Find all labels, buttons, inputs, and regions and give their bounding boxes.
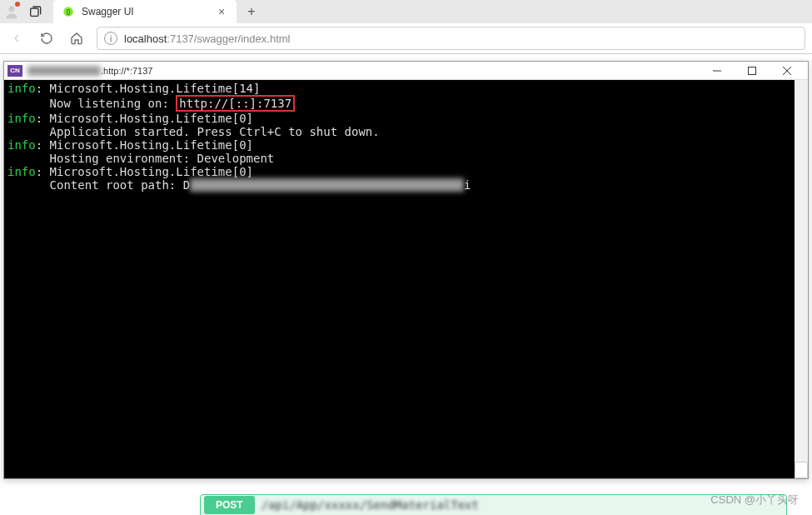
terminal-body[interactable]: info: Microsoft.Hosting.Lifetime[14] Now…: [4, 80, 808, 478]
notification-dot: [15, 2, 20, 7]
terminal-scrollbar[interactable]: [795, 80, 808, 478]
nav-bar: i localhost:7137/swagger/index.html: [0, 23, 812, 53]
maximize-button[interactable]: [735, 62, 770, 80]
address-bar[interactable]: i localhost:7137/swagger/index.html: [97, 27, 805, 50]
tab-title: Swagger UI: [82, 6, 208, 18]
minimize-button[interactable]: [700, 62, 735, 80]
terminal-window: CN XXXXXXXXXXXX.http://*:7137 info: Micr…: [3, 61, 809, 479]
svg-point-0: [9, 6, 15, 12]
swagger-operation[interactable]: POST /api/App/xxxxx/SendMaterialText: [200, 494, 787, 515]
refresh-button[interactable]: [37, 28, 57, 48]
swagger-favicon-icon: {}: [62, 5, 75, 18]
terminal-line: Content root path: Dxxxxxxxxxxxxxxxxxxxx…: [7, 178, 805, 192]
blurred-title-prefix: XXXXXXXXXXXX: [27, 66, 101, 76]
browser-tab[interactable]: {} Swagger UI ×: [53, 0, 237, 23]
close-button[interactable]: [770, 62, 805, 80]
terminal-line: Application started. Press Ctrl+C to shu…: [7, 125, 805, 138]
svg-text:{}: {}: [67, 8, 71, 15]
new-tab-button[interactable]: +: [240, 0, 263, 23]
site-info-icon[interactable]: i: [104, 32, 117, 45]
terminal-line: info: Microsoft.Hosting.Lifetime[0]: [7, 165, 805, 178]
terminal-line: info: Microsoft.Hosting.Lifetime[0]: [7, 138, 805, 152]
terminal-title: XXXXXXXXXXXX.http://*:7137: [27, 66, 700, 76]
terminal-titlebar[interactable]: CN XXXXXXXXXXXX.http://*:7137: [4, 62, 808, 80]
terminal-app-icon: CN: [7, 65, 22, 77]
browser-chrome: {} Swagger UI × + i localhost:7137/swagg…: [0, 0, 812, 54]
tab-close-button[interactable]: ×: [215, 5, 228, 18]
terminal-line: info: Microsoft.Hosting.Lifetime[14]: [7, 82, 805, 95]
endpoint-path: /api/App/xxxxx/SendMaterialText: [262, 498, 479, 512]
svg-rect-1: [31, 8, 38, 16]
profile-icon[interactable]: [0, 0, 23, 23]
terminal-line: Hosting environment: Development: [7, 152, 805, 165]
back-button[interactable]: [7, 28, 27, 48]
scrollbar-thumb[interactable]: [795, 462, 808, 478]
tabs-overview-icon[interactable]: [23, 0, 47, 23]
watermark: CSDN @小丫头呀: [710, 492, 799, 508]
terminal-line: info: Microsoft.Hosting.Lifetime[0]: [7, 112, 805, 125]
home-button[interactable]: [67, 28, 87, 48]
page-content: CN XXXXXXXXXXXX.http://*:7137 info: Micr…: [0, 54, 812, 515]
window-controls: [700, 62, 805, 80]
url-text: localhost:7137/swagger/index.html: [124, 32, 290, 45]
terminal-line: Now listening on: http://[::]:7137: [7, 95, 805, 112]
tab-bar: {} Swagger UI × +: [0, 0, 812, 23]
svg-rect-5: [749, 67, 756, 74]
http-method-badge: POST: [204, 496, 255, 514]
